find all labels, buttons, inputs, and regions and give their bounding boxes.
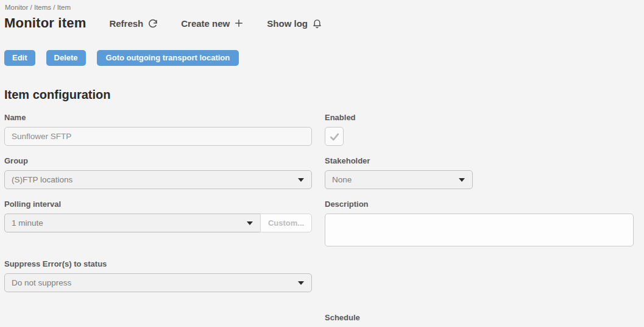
edit-button[interactable]: Edit	[4, 50, 35, 66]
suppress-label: Suppress Error(s) to status	[4, 259, 312, 268]
toolbar: Edit Delete Goto outgoing transport loca…	[4, 50, 638, 66]
polling-interval-field-group: Polling interval 1 minute Custom...	[4, 199, 312, 232]
suppress-field-group: Suppress Error(s) to status Do not suppr…	[4, 259, 312, 292]
polling-interval-select-value: 1 minute	[12, 218, 43, 228]
stakeholder-label: Stakeholder	[325, 156, 634, 165]
group-select-value: (S)FTP locations	[12, 175, 73, 184]
polling-interval-select[interactable]: 1 minute	[4, 214, 260, 232]
name-input[interactable]	[4, 127, 312, 146]
chevron-down-icon	[298, 178, 304, 182]
suppress-select-value: Do not suppress	[12, 278, 71, 287]
section-title: Item configuration	[4, 88, 638, 102]
bell-icon	[312, 18, 322, 29]
group-label: Group	[4, 156, 312, 165]
chevron-down-icon	[298, 281, 304, 285]
stakeholder-select-value: None	[332, 175, 352, 184]
group-field-group: Group (S)FTP locations	[4, 156, 312, 189]
name-field-group: Name	[4, 113, 312, 146]
item-configuration-form: Name Enabled Group (S)FTP locations Stak…	[4, 113, 638, 327]
empty-cell	[325, 259, 634, 260]
custom-interval-button[interactable]: Custom...	[260, 214, 312, 232]
page: Monitor / Items / Item Monitor item Refr…	[0, 0, 644, 327]
page-title: Monitor item	[4, 15, 86, 31]
group-select[interactable]: (S)FTP locations	[4, 170, 312, 189]
description-textarea[interactable]	[325, 214, 634, 246]
schedule-label: Schedule	[325, 313, 634, 322]
create-new-button[interactable]: Create new	[181, 18, 244, 29]
show-log-button[interactable]: Show log	[267, 18, 322, 29]
name-label: Name	[4, 113, 312, 122]
chevron-down-icon	[459, 178, 465, 182]
refresh-icon	[147, 18, 158, 29]
enabled-checkbox[interactable]	[325, 127, 344, 146]
goto-outgoing-transport-button[interactable]: Goto outgoing transport location	[97, 50, 239, 66]
chevron-down-icon	[247, 221, 253, 225]
enabled-label: Enabled	[325, 113, 634, 122]
stakeholder-select[interactable]: None	[325, 170, 473, 189]
empty-cell	[4, 303, 312, 303]
description-field-group: Description	[325, 199, 634, 249]
refresh-button-label: Refresh	[109, 18, 143, 29]
plus-icon	[234, 18, 244, 28]
show-log-button-label: Show log	[267, 18, 308, 29]
polling-interval-label: Polling interval	[4, 199, 312, 209]
page-header: Monitor item Refresh Create new Show log	[4, 15, 638, 31]
checkmark-icon	[328, 131, 341, 143]
enabled-field-group: Enabled	[325, 113, 634, 146]
refresh-button[interactable]: Refresh	[109, 18, 158, 29]
description-label: Description	[325, 199, 634, 209]
create-new-button-label: Create new	[181, 18, 230, 29]
delete-button[interactable]: Delete	[46, 50, 86, 66]
stakeholder-field-group: Stakeholder None	[325, 156, 634, 189]
schedule-field-group: Schedule 24/7/365	[325, 313, 634, 327]
suppress-select[interactable]: Do not suppress	[4, 273, 312, 292]
breadcrumb[interactable]: Monitor / Items / Item	[4, 4, 638, 11]
